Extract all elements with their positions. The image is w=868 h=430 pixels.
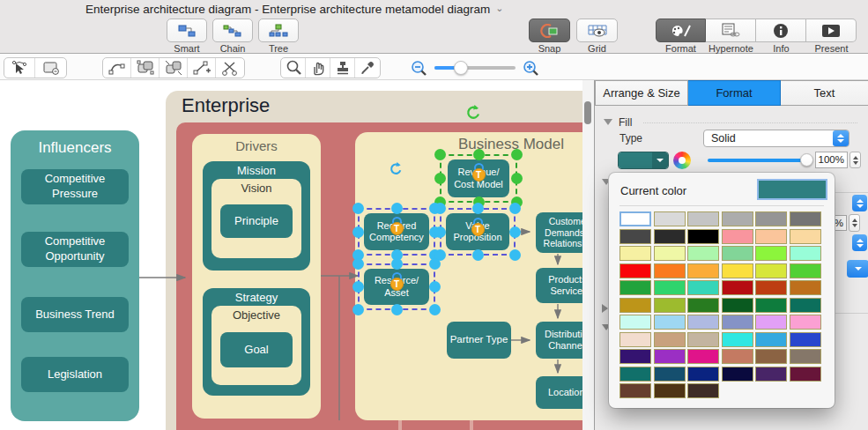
diagram-canvas[interactable]: Enterprise Influencers Competitive Press…: [0, 80, 582, 430]
fill-disclosure-icon[interactable]: [604, 119, 612, 125]
stepper-icon[interactable]: [852, 195, 867, 211]
color-swatch[interactable]: [687, 298, 719, 313]
color-swatch[interactable]: [619, 349, 651, 364]
color-swatch[interactable]: [755, 332, 787, 347]
color-swatch[interactable]: [755, 298, 787, 313]
color-swatch[interactable]: [722, 211, 753, 226]
rotate-handle-blue-icon[interactable]: [388, 161, 404, 177]
stepper-icon[interactable]: [852, 234, 867, 251]
color-swatch[interactable]: [722, 367, 753, 382]
selection-handle[interactable]: [352, 226, 364, 238]
pan-tool[interactable]: [306, 58, 330, 78]
selection-handle[interactable]: [391, 304, 403, 315]
color-swatch[interactable]: [654, 229, 686, 244]
color-swatch[interactable]: [790, 246, 821, 261]
rotate-handle-green-icon[interactable]: [464, 104, 482, 122]
shadow-disclosure-icon[interactable]: [602, 304, 608, 313]
color-swatch[interactable]: [790, 332, 821, 347]
color-swatch[interactable]: [619, 315, 651, 330]
canvas-scrollbar-track[interactable]: [582, 80, 594, 430]
color-swatch[interactable]: [790, 263, 821, 278]
color-wheel-icon[interactable]: [673, 152, 691, 169]
fill-opacity-slider[interactable]: [708, 159, 809, 162]
selection-handle[interactable]: [429, 258, 441, 270]
color-swatch[interactable]: [654, 332, 686, 347]
color-swatch[interactable]: [654, 246, 686, 261]
color-swatch[interactable]: [619, 298, 651, 313]
curve-tool[interactable]: [103, 58, 131, 78]
selection-handle[interactable]: [472, 203, 484, 214]
color-swatch[interactable]: [755, 315, 787, 330]
fill-type-dropdown[interactable]: Solid: [703, 130, 849, 147]
color-swatch[interactable]: [654, 263, 686, 278]
selection-handle[interactable]: [434, 149, 446, 160]
color-swatch[interactable]: [755, 229, 787, 244]
selection-handle[interactable]: [511, 173, 523, 184]
split-tool[interactable]: [216, 58, 244, 78]
tab-format[interactable]: Format: [688, 80, 781, 106]
selection-handle[interactable]: [352, 281, 364, 293]
grid-button[interactable]: Grid: [576, 19, 618, 54]
color-swatch[interactable]: [722, 315, 753, 330]
color-swatch[interactable]: [619, 332, 651, 347]
color-swatch[interactable]: [619, 211, 651, 226]
stepper-icon[interactable]: [833, 130, 849, 146]
color-swatch[interactable]: [654, 367, 686, 382]
color-swatch[interactable]: [687, 229, 719, 244]
selection-handle[interactable]: [429, 281, 441, 293]
fill-opacity-thumb[interactable]: [800, 153, 813, 167]
color-swatch[interactable]: [722, 298, 753, 313]
zoom-slider-thumb[interactable]: [454, 61, 468, 75]
selection-handle[interactable]: [434, 203, 446, 214]
eyedropper-tool[interactable]: [355, 58, 380, 78]
selection-handle[interactable]: [352, 203, 364, 214]
format-panel-button[interactable]: Format: [656, 19, 706, 54]
selection-handle[interactable]: [509, 226, 521, 238]
stepper-icon[interactable]: [849, 214, 860, 232]
chevron-down-icon[interactable]: [847, 260, 868, 278]
selection-handle[interactable]: [352, 304, 364, 315]
color-swatch[interactable]: [619, 229, 651, 244]
tree-connector-button[interactable]: Tree: [258, 19, 299, 54]
group-tool[interactable]: [131, 58, 160, 78]
selection-handle[interactable]: [434, 173, 446, 184]
info-button[interactable]: Info: [756, 19, 806, 54]
color-swatch[interactable]: [619, 383, 651, 398]
color-swatch[interactable]: [687, 383, 719, 398]
color-swatch[interactable]: [790, 229, 821, 244]
color-swatch[interactable]: [619, 263, 651, 278]
color-swatch[interactable]: [687, 246, 719, 261]
color-swatch[interactable]: [654, 349, 686, 364]
color-swatch[interactable]: [687, 332, 719, 347]
color-swatch[interactable]: [687, 263, 719, 278]
selection-handle[interactable]: [472, 249, 484, 261]
selection-handle[interactable]: [391, 258, 403, 270]
color-swatch[interactable]: [755, 349, 787, 364]
color-swatch[interactable]: [722, 280, 753, 295]
selection-handle[interactable]: [391, 203, 403, 214]
stepper-icon[interactable]: [849, 152, 861, 168]
color-swatch[interactable]: [755, 263, 787, 278]
selection-handle[interactable]: [509, 249, 521, 261]
zoom-slider[interactable]: [434, 66, 516, 70]
color-swatch[interactable]: [654, 211, 686, 226]
color-swatch[interactable]: [654, 315, 686, 330]
selection-handle[interactable]: [509, 203, 521, 214]
color-swatch[interactable]: [790, 211, 821, 226]
color-swatch[interactable]: [654, 280, 686, 295]
selection-handle[interactable]: [473, 149, 485, 160]
snap-button[interactable]: Snap: [529, 19, 570, 54]
color-swatch[interactable]: [790, 298, 821, 313]
vertical-scrollbar[interactable]: [584, 101, 591, 124]
color-swatch[interactable]: [722, 349, 753, 364]
color-swatch[interactable]: [654, 298, 686, 313]
zoom-in-icon[interactable]: [523, 60, 539, 77]
smart-connector-button[interactable]: Smart: [167, 19, 207, 54]
ungroup-tool[interactable]: [160, 58, 188, 78]
zoom-tool[interactable]: [281, 58, 306, 78]
color-swatch[interactable]: [722, 246, 753, 261]
color-swatch[interactable]: [755, 211, 787, 226]
fill-opacity-value[interactable]: 100%: [815, 152, 848, 168]
color-swatch[interactable]: [687, 280, 719, 295]
selection-handle[interactable]: [434, 226, 446, 238]
